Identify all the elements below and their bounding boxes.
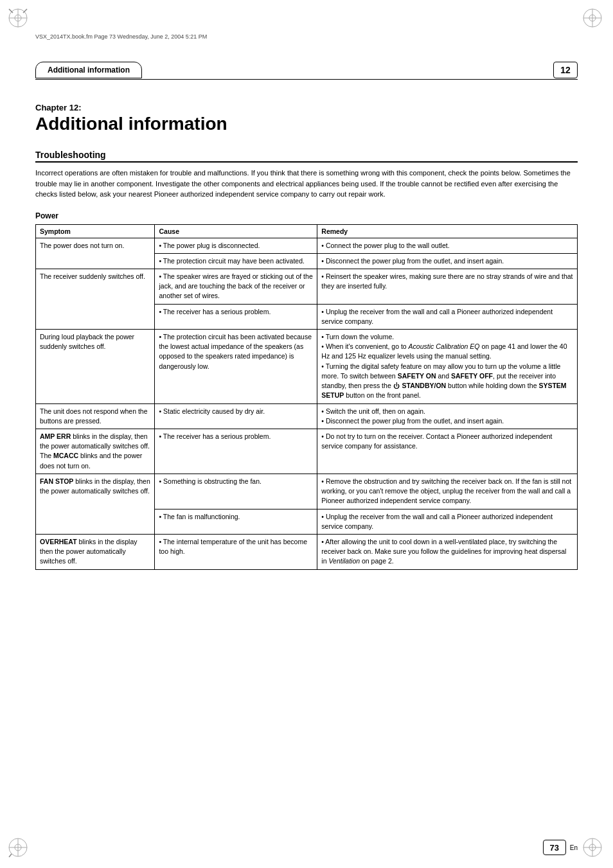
table-row: The unit does not respond when the butto… xyxy=(36,403,578,429)
remedy-cell: • Disconnect the power plug from the out… xyxy=(317,253,578,269)
symptom-cell: FAN STOP blinks in the display, then the… xyxy=(36,474,155,534)
symptom-cell: AMP ERR blinks in the display, then the … xyxy=(36,429,155,474)
corner-decoration-br xyxy=(581,836,607,862)
remedy-cell: • Remove the obstruction and try switchi… xyxy=(317,474,578,509)
troubleshooting-intro: Incorrect operations are often mistaken … xyxy=(35,168,578,200)
chapter-title: Additional information xyxy=(35,114,578,134)
cause-cell: • The speaker wires are frayed or sticki… xyxy=(155,269,317,304)
cause-cell: • The fan is malfunctioning. xyxy=(155,509,317,534)
cause-cell: • The power plug is disconnected. xyxy=(155,238,317,253)
symptom-cell: The unit does not respond when the butto… xyxy=(36,403,155,429)
symptom-cell: The power does not turn on. xyxy=(36,238,155,269)
remedy-cell: • Unplug the receiver from the wall and … xyxy=(317,509,578,534)
header-title-box: Additional information xyxy=(35,62,142,78)
remedy-cell: • Turn down the volume.• When it's conve… xyxy=(317,330,578,404)
page-number-area: 73 En xyxy=(543,840,578,855)
chapter-number: 12 xyxy=(560,65,571,75)
table-row: The power does not turn on. • The power … xyxy=(36,238,578,253)
cause-cell: • The protection circuit has been activa… xyxy=(155,330,317,404)
cause-cell: • The protection circuit may have been a… xyxy=(155,253,317,269)
symptom-cell: The receiver suddenly switches off. xyxy=(36,269,155,329)
table-row: OVERHEAT blinks in the display then the … xyxy=(36,534,578,569)
col-cause: Cause xyxy=(155,224,317,238)
remedy-cell: • Do not try to turn on the receiver. Co… xyxy=(317,429,578,474)
remedy-cell: • Unplug the receiver from the wall and … xyxy=(317,304,578,329)
page-lang: En xyxy=(570,844,578,851)
chapter-label: Chapter 12: xyxy=(35,103,578,112)
troubleshooting-heading: Troubleshooting xyxy=(35,150,578,163)
remedy-cell: • After allowing the unit to cool down i… xyxy=(317,534,578,569)
table-row: During loud playback the power suddenly … xyxy=(36,330,578,404)
page-number-box: 73 xyxy=(543,840,566,855)
header-title: Additional information xyxy=(48,66,130,75)
file-info: VSX_2014TX.book.fm Page 73 Wednesday, Ju… xyxy=(35,33,207,40)
cause-cell: • The receiver has a serious problem. xyxy=(155,304,317,329)
header-divider xyxy=(35,79,578,80)
main-content: Chapter 12: Additional information Troub… xyxy=(35,84,578,836)
remedy-cell: • Connect the power plug to the wall out… xyxy=(317,238,578,253)
col-remedy: Remedy xyxy=(317,224,578,238)
table-row: FAN STOP blinks in the display, then the… xyxy=(36,474,578,509)
page-number: 73 xyxy=(550,843,559,853)
chapter-number-box: 12 xyxy=(553,62,578,78)
cause-cell: • The receiver has a serious problem. xyxy=(155,429,317,474)
cause-cell: • Static electricity caused by dry air. xyxy=(155,403,317,429)
remedy-cell: • Switch the unit off, then on again.• D… xyxy=(317,403,578,429)
troubleshooting-table: Symptom Cause Remedy The power does not … xyxy=(35,224,578,570)
symptom-cell: During loud playback the power suddenly … xyxy=(36,330,155,404)
power-heading: Power xyxy=(35,211,578,220)
corner-decoration-tr xyxy=(581,6,607,32)
table-row: The receiver suddenly switches off. • Th… xyxy=(36,269,578,304)
header-bar: Additional information 12 xyxy=(35,61,578,79)
corner-decoration-bl xyxy=(6,836,32,862)
remedy-cell: • Reinsert the speaker wires, making sur… xyxy=(317,269,578,304)
col-symptom: Symptom xyxy=(36,224,155,238)
symptom-cell: OVERHEAT blinks in the display then the … xyxy=(36,534,155,569)
cause-cell: • The internal temperature of the unit h… xyxy=(155,534,317,569)
table-row: AMP ERR blinks in the display, then the … xyxy=(36,429,578,474)
corner-decoration-tl xyxy=(6,6,32,32)
cause-cell: • Something is obstructing the fan. xyxy=(155,474,317,509)
